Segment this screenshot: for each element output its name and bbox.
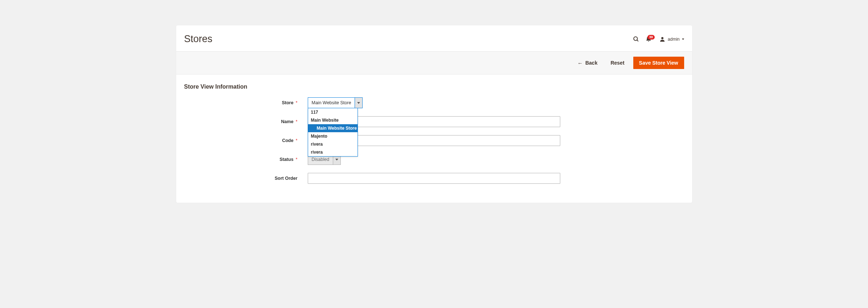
back-button-label: Back [585,60,597,66]
store-option-selected[interactable]: Main Website Store [308,124,358,132]
sort-order-label: Sort Order [184,176,308,181]
store-select-toggle[interactable] [355,97,363,108]
name-label: Name* [184,119,308,124]
notifications-icon[interactable]: 39 [645,36,652,42]
store-label: Store* [184,100,308,105]
caret-down-icon [357,102,360,104]
store-dropdown: 117 Main Website Main Website Store Maje… [308,108,358,157]
save-store-view-button[interactable]: Save Store View [633,57,684,69]
store-option[interactable]: Main Website [308,116,358,124]
store-select-value: Main Website Store [308,97,355,108]
reset-button[interactable]: Reset [606,57,629,69]
search-icon[interactable] [633,36,639,42]
admin-user-name: admin [668,37,680,42]
sort-order-input[interactable] [308,173,560,184]
svg-point-2 [661,37,663,39]
status-label: Status* [184,157,308,162]
store-select[interactable]: Main Website Store [308,97,363,108]
page-title: Stores [184,33,213,45]
notification-badge: 39 [647,35,655,40]
store-option[interactable]: rivera [308,140,358,148]
user-icon [659,36,666,42]
store-option[interactable]: rivera [308,148,358,156]
section-title: Store View Information [176,74,692,97]
arrow-left-icon: ← [577,60,583,66]
store-option[interactable]: 117 [308,108,358,116]
code-label: Code* [184,138,308,143]
back-button[interactable]: ← Back [573,57,602,69]
svg-point-0 [634,37,637,40]
store-option[interactable]: Majento [308,132,358,140]
caret-down-icon [335,159,338,161]
admin-user-menu[interactable]: admin [659,36,684,42]
svg-line-1 [637,40,638,41]
chevron-down-icon [682,38,684,40]
